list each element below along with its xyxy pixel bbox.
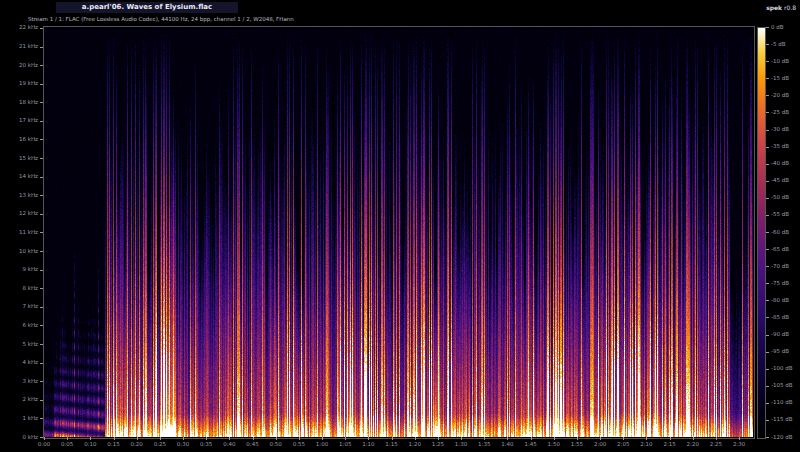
db-tick-label: -70 dB bbox=[771, 263, 789, 270]
db-tick-mark bbox=[766, 386, 769, 387]
freq-tick-mark bbox=[40, 139, 43, 140]
db-tick-mark bbox=[766, 369, 769, 370]
time-tick-mark bbox=[739, 437, 740, 440]
db-tick-mark bbox=[766, 300, 769, 301]
db-tick-label: -40 dB bbox=[771, 160, 789, 167]
db-tick-mark bbox=[766, 198, 769, 199]
freq-tick-label: 13 kHz bbox=[0, 192, 38, 199]
freq-tick-label: 8 kHz bbox=[0, 285, 38, 292]
freq-tick-mark bbox=[40, 214, 43, 215]
db-tick-mark bbox=[766, 420, 769, 421]
db-tick-label: -20 dB bbox=[771, 92, 789, 99]
time-tick-mark bbox=[461, 437, 462, 440]
db-tick-label: -45 dB bbox=[771, 177, 789, 184]
time-tick-mark bbox=[67, 437, 68, 440]
time-tick-label: 2:15 bbox=[663, 441, 675, 448]
time-tick-label: 2:20 bbox=[687, 441, 699, 448]
db-tick-mark bbox=[766, 403, 769, 404]
time-tick-label: 0:00 bbox=[38, 441, 50, 448]
freq-tick-mark bbox=[40, 381, 43, 382]
db-tick-label: -90 dB bbox=[771, 331, 789, 338]
spek-window: a.pearl'06. Waves of Elysium.flac Stream… bbox=[0, 0, 800, 452]
time-tick-label: 1:35 bbox=[478, 441, 490, 448]
time-tick-mark bbox=[392, 437, 393, 440]
db-tick-mark bbox=[766, 232, 769, 233]
time-tick-label: 0:35 bbox=[200, 441, 212, 448]
freq-tick-mark bbox=[40, 28, 43, 29]
time-tick-label: 1:10 bbox=[362, 441, 374, 448]
db-tick-mark bbox=[766, 283, 769, 284]
db-tick-mark bbox=[766, 44, 769, 45]
app-name: spek bbox=[766, 4, 782, 11]
time-tick-label: 1:00 bbox=[316, 441, 328, 448]
db-tick-label: -75 dB bbox=[771, 280, 789, 287]
db-tick-label: -25 dB bbox=[771, 109, 789, 116]
time-tick-mark bbox=[183, 437, 184, 440]
time-tick-label: 1:05 bbox=[339, 441, 351, 448]
freq-tick-label: 2 kHz bbox=[0, 396, 38, 403]
db-tick-mark bbox=[766, 317, 769, 318]
time-tick-label: 1:40 bbox=[501, 441, 513, 448]
app-version: r0.8 bbox=[784, 4, 796, 11]
time-tick-mark bbox=[670, 437, 671, 440]
freq-tick-label: 6 kHz bbox=[0, 322, 38, 329]
freq-tick-mark bbox=[40, 84, 43, 85]
time-tick-mark bbox=[531, 437, 532, 440]
freq-tick-label: 22 kHz bbox=[0, 24, 38, 31]
db-tick-mark bbox=[766, 112, 769, 113]
db-tick-label: -30 dB bbox=[771, 126, 789, 133]
db-tick-mark bbox=[766, 215, 769, 216]
db-tick-label: -110 dB bbox=[771, 399, 793, 406]
db-tick-mark bbox=[766, 95, 769, 96]
db-tick-mark bbox=[766, 437, 769, 438]
freq-tick-mark bbox=[40, 47, 43, 48]
freq-tick-mark bbox=[40, 437, 43, 438]
time-tick-label: 0:25 bbox=[154, 441, 166, 448]
time-tick-mark bbox=[206, 437, 207, 440]
freq-tick-mark bbox=[40, 400, 43, 401]
time-tick-label: 0:05 bbox=[61, 441, 73, 448]
freq-tick-mark bbox=[40, 325, 43, 326]
freq-tick-mark bbox=[40, 344, 43, 345]
time-tick-mark bbox=[229, 437, 230, 440]
freq-tick-label: 9 kHz bbox=[0, 266, 38, 273]
freq-tick-mark bbox=[40, 65, 43, 66]
time-tick-mark bbox=[693, 437, 694, 440]
db-tick-label: -120 dB bbox=[771, 434, 793, 441]
time-tick-mark bbox=[623, 437, 624, 440]
db-tick-label: -5 dB bbox=[771, 41, 786, 48]
time-tick-label: 2:05 bbox=[617, 441, 629, 448]
freq-tick-mark bbox=[40, 288, 43, 289]
db-tick-label: -115 dB bbox=[771, 416, 793, 423]
time-tick-label: 0:10 bbox=[84, 441, 96, 448]
db-tick-label: -35 dB bbox=[771, 143, 789, 150]
db-tick-mark bbox=[766, 164, 769, 165]
time-tick-mark bbox=[44, 437, 45, 440]
freq-tick-label: 17 kHz bbox=[0, 117, 38, 124]
time-tick-label: 0:15 bbox=[107, 441, 119, 448]
db-colorbar-legend bbox=[757, 27, 766, 439]
db-tick-mark bbox=[766, 27, 769, 28]
time-tick-label: 2:00 bbox=[594, 441, 606, 448]
db-tick-label: 0 dB bbox=[771, 24, 784, 31]
time-tick-mark bbox=[507, 437, 508, 440]
freq-tick-mark bbox=[40, 232, 43, 233]
app-version-label: spek r0.8 bbox=[766, 4, 796, 11]
time-tick-mark bbox=[600, 437, 601, 440]
db-tick-label: -60 dB bbox=[771, 229, 789, 236]
db-tick-label: -15 dB bbox=[771, 75, 789, 82]
time-tick-mark bbox=[322, 437, 323, 440]
freq-tick-label: 15 kHz bbox=[0, 155, 38, 162]
freq-tick-mark bbox=[40, 158, 43, 159]
db-tick-label: -80 dB bbox=[771, 297, 789, 304]
time-tick-mark bbox=[554, 437, 555, 440]
time-tick-mark bbox=[484, 437, 485, 440]
time-tick-label: 1:50 bbox=[548, 441, 560, 448]
time-tick-label: 2:30 bbox=[733, 441, 745, 448]
freq-tick-label: 0 kHz bbox=[0, 434, 38, 441]
freq-tick-label: 21 kHz bbox=[0, 43, 38, 50]
freq-tick-label: 16 kHz bbox=[0, 136, 38, 143]
time-tick-mark bbox=[276, 437, 277, 440]
stream-info: Stream 1 / 1: FLAC (Free Lossless Audio … bbox=[28, 16, 294, 22]
time-tick-label: 0:40 bbox=[223, 441, 235, 448]
